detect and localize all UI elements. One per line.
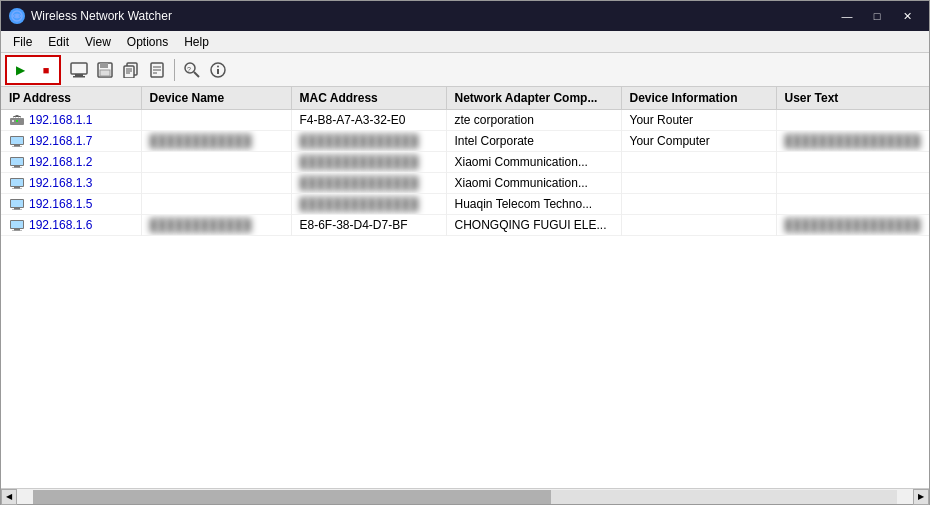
title-bar: Wireless Network Watcher — □ ✕ [1, 1, 929, 31]
svg-rect-27 [11, 137, 23, 144]
cell-ip: 192.168.1.3 [1, 173, 141, 194]
mac-blurred: ██████████████ [300, 134, 419, 148]
table-row[interactable]: 192.168.1.5██████████████Huaqin Telecom … [1, 194, 929, 215]
svg-rect-28 [14, 145, 20, 147]
title-bar-controls: — □ ✕ [833, 6, 921, 26]
svg-rect-9 [124, 66, 134, 78]
svg-rect-39 [11, 200, 23, 207]
menu-options[interactable]: Options [119, 33, 176, 51]
mac-blurred: ██████████████ [300, 176, 419, 190]
app-icon [9, 8, 25, 24]
col-user-text[interactable]: User Text [776, 87, 929, 110]
cell-adapter: Xiaomi Communication... [446, 173, 621, 194]
monitor-icon-btn[interactable] [67, 58, 91, 82]
cell-adapter: CHONGQING FUGUI ELE... [446, 215, 621, 236]
svg-rect-32 [14, 166, 20, 168]
cell-device-name: ████████████ [141, 131, 291, 152]
about-icon-btn[interactable] [206, 58, 230, 82]
hscroll-track[interactable] [33, 490, 897, 504]
save-icon-btn[interactable] [93, 58, 117, 82]
close-button[interactable]: ✕ [893, 6, 921, 26]
cell-mac: ██████████████ [291, 194, 446, 215]
cell-mac: F4-B8-A7-A3-32-E0 [291, 110, 446, 131]
svg-rect-44 [14, 229, 20, 231]
cell-device-info: Your Computer [621, 131, 776, 152]
menu-file[interactable]: File [5, 33, 40, 51]
play-button[interactable]: ▶ [7, 57, 33, 83]
ip-address-text: 192.168.1.7 [29, 134, 92, 148]
cell-mac: ██████████████ [291, 131, 446, 152]
svg-rect-3 [75, 74, 83, 76]
hscroll-thumb[interactable] [33, 490, 551, 504]
cell-ip: 192.168.1.2 [1, 152, 141, 173]
svg-rect-40 [14, 208, 20, 210]
title-bar-left: Wireless Network Watcher [9, 8, 172, 24]
cell-device-info: Your Router [621, 110, 776, 131]
col-ip-address[interactable]: IP Address [1, 87, 141, 110]
col-adapter[interactable]: Network Adapter Comp... [446, 87, 621, 110]
cell-device-name [141, 152, 291, 173]
report-icon-btn[interactable] [145, 58, 169, 82]
table-row[interactable]: 192.168.1.1F4-B8-A7-A3-32-E0zte corporat… [1, 110, 929, 131]
menu-edit[interactable]: Edit [40, 33, 77, 51]
toolbar: ▶ ■ [1, 53, 929, 87]
cell-adapter: Huaqin Telecom Techno... [446, 194, 621, 215]
cell-adapter: zte corporation [446, 110, 621, 131]
table-row[interactable]: 192.168.1.7██████████████████████████Int… [1, 131, 929, 152]
menu-view[interactable]: View [77, 33, 119, 51]
cell-user-text: ████████████████ [776, 215, 929, 236]
cell-adapter: Xiaomi Communication... [446, 152, 621, 173]
cell-device-name: ████████████ [141, 215, 291, 236]
svg-rect-41 [12, 210, 22, 211]
play-icon: ▶ [16, 63, 25, 77]
device-name-blurred: ████████████ [150, 134, 252, 148]
cell-user-text [776, 194, 929, 215]
scroll-right-arrow[interactable]: ▶ [913, 489, 929, 505]
cell-device-name [141, 110, 291, 131]
svg-rect-45 [12, 231, 22, 232]
svg-line-18 [194, 72, 199, 77]
user-text-blurred: ████████████████ [785, 134, 921, 148]
hscroll-bar: ◀ ▶ [1, 488, 929, 504]
svg-text:?: ? [187, 66, 191, 73]
search-icon-btn[interactable]: ? [180, 58, 204, 82]
device-name-blurred: ████████████ [150, 218, 252, 232]
svg-rect-36 [14, 187, 20, 189]
svg-rect-33 [12, 168, 22, 169]
table-row[interactable]: 192.168.1.3██████████████Xiaomi Communic… [1, 173, 929, 194]
col-mac-address[interactable]: MAC Address [291, 87, 446, 110]
maximize-button[interactable]: □ [863, 6, 891, 26]
cell-user-text [776, 152, 929, 173]
cell-ip: 192.168.1.1 [1, 110, 141, 131]
table-row[interactable]: 192.168.1.6████████████E8-6F-38-D4-D7-BF… [1, 215, 929, 236]
svg-rect-43 [11, 221, 23, 228]
play-stop-group: ▶ ■ [5, 55, 61, 85]
svg-rect-31 [11, 158, 23, 165]
svg-rect-2 [71, 63, 87, 74]
col-device-info[interactable]: Device Information [621, 87, 776, 110]
cell-ip: 192.168.1.6 [1, 215, 141, 236]
cell-device-info [621, 152, 776, 173]
cell-mac: E8-6F-38-D4-D7-BF [291, 215, 446, 236]
copy-icon-btn[interactable] [119, 58, 143, 82]
stop-button[interactable]: ■ [33, 57, 59, 83]
col-device-name[interactable]: Device Name [141, 87, 291, 110]
cell-device-info [621, 215, 776, 236]
mac-blurred: ██████████████ [300, 197, 419, 211]
scroll-left-arrow[interactable]: ◀ [1, 489, 17, 505]
svg-rect-35 [11, 179, 23, 186]
svg-rect-6 [100, 63, 108, 68]
table-header-row: IP Address Device Name MAC Address Netwo… [1, 87, 929, 110]
ip-address-text: 192.168.1.3 [29, 176, 92, 190]
menu-help[interactable]: Help [176, 33, 217, 51]
svg-rect-37 [12, 189, 22, 190]
minimize-button[interactable]: — [833, 6, 861, 26]
cell-mac: ██████████████ [291, 152, 446, 173]
main-window: Wireless Network Watcher — □ ✕ File Edit… [0, 0, 930, 505]
table-row[interactable]: 192.168.1.2██████████████Xiaomi Communic… [1, 152, 929, 173]
ip-address-text: 192.168.1.6 [29, 218, 92, 232]
svg-rect-29 [12, 147, 22, 148]
cell-mac: ██████████████ [291, 173, 446, 194]
window-title: Wireless Network Watcher [31, 9, 172, 23]
cell-device-info [621, 173, 776, 194]
